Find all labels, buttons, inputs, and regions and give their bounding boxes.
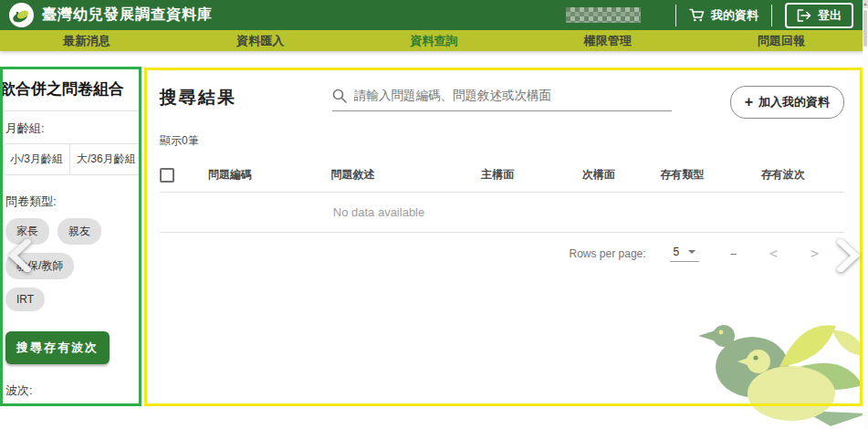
column-header-question-code: 問題編碼 (194, 167, 265, 183)
table-empty-row: No data available (160, 193, 844, 233)
my-data-button[interactable]: 我的資料 (689, 7, 758, 24)
column-header-question-description: 問題敘述 (265, 167, 440, 183)
wave-label: 波次: (5, 382, 133, 399)
rows-per-page-select[interactable]: 5 (670, 246, 700, 262)
search-icon (332, 89, 347, 103)
merge-questionnaire-panel: 欲合併之問卷組合 月齡組: 小/3月齡組 大/36月齡組 問卷類型: 家長 親友… (3, 69, 139, 403)
cart-icon (689, 8, 705, 23)
rows-per-page-label: Rows per page: (570, 247, 646, 260)
scrollbar[interactable] (863, 0, 868, 429)
app-header: 臺灣幼兒發展調查資料庫 我的資料 登出 (0, 0, 868, 30)
previous-page-button[interactable]: < (769, 246, 778, 262)
carousel-left-chevron-icon[interactable] (7, 239, 31, 272)
nav-item-news[interactable]: 最新消息 (0, 33, 173, 49)
select-all-checkbox[interactable] (160, 168, 174, 183)
wave-select[interactable]: 請先選擇月齡組以及... (5, 405, 138, 406)
divider (3, 110, 139, 111)
nav-item-issue-report[interactable]: 問題回報 (695, 33, 868, 49)
search-placeholder: 請輸入問題編碼、問題敘述或次構面 (354, 88, 551, 104)
nav-item-data-query[interactable]: 資料查詢 (347, 33, 520, 49)
age-group-large-button[interactable]: 大/36月齡組 (70, 143, 141, 175)
column-header-type: 存有類型 (643, 167, 722, 183)
question-search-input[interactable]: 請輸入問題編碼、問題敘述或次構面 (332, 88, 672, 111)
search-results-panel: 搜尋結果 請輸入問題編碼、問題敘述或次構面 + 加入我的資料 顯示0筆 問題編碼 (144, 68, 863, 406)
search-waves-button[interactable]: 搜尋存有波次 (5, 331, 110, 364)
pagination-bar: Rows per page: 5 – < > (160, 246, 844, 262)
page-range-text: – (730, 247, 737, 260)
logout-button[interactable]: 登出 (785, 3, 853, 28)
age-group-small-button[interactable]: 小/3月齡組 (3, 143, 70, 175)
page-title: 臺灣幼兒發展調查資料庫 (42, 5, 213, 25)
header-divider (771, 5, 772, 26)
sidebar-highlight-box: 欲合併之問卷組合 月齡組: 小/3月齡組 大/36月齡組 問卷類型: 家長 親友… (0, 67, 141, 406)
age-group-toggle: 小/3月齡組 大/36月齡組 (3, 143, 133, 175)
column-header-waves: 存有波次 (721, 167, 844, 183)
empty-state-text: No data available (160, 205, 598, 219)
main-nav: 最新消息 資料匯入 資料查詢 權限管理 問題回報 (0, 30, 868, 51)
chip-irt[interactable]: IRT (5, 288, 45, 311)
scrollbar-up-arrow[interactable] (863, 0, 868, 8)
logout-label: 登出 (818, 7, 842, 24)
plus-icon: + (745, 97, 753, 108)
scrollbar-thumb[interactable] (863, 10, 867, 47)
app-logo (9, 3, 34, 27)
table-header-row: 問題編碼 問題敘述 主構面 次構面 存有類型 存有波次 (160, 158, 844, 193)
my-data-label: 我的資料 (711, 7, 758, 24)
add-to-my-data-label: 加入我的資料 (758, 94, 830, 110)
questionnaire-type-label: 問卷類型: (5, 194, 133, 210)
search-results-title: 搜尋結果 (160, 86, 236, 110)
username-redacted (566, 7, 641, 23)
result-count: 顯示0筆 (160, 133, 844, 149)
column-header-main-dimension: 主構面 (441, 167, 555, 183)
nav-item-permissions[interactable]: 權限管理 (521, 33, 695, 49)
chip-relative[interactable]: 親友 (58, 218, 101, 245)
age-group-label: 月齡組: (5, 120, 133, 137)
sidebar-heading: 欲合併之問卷組合 (0, 78, 133, 99)
add-to-my-data-button[interactable]: + 加入我的資料 (730, 86, 844, 119)
bird-logo-icon (12, 5, 31, 25)
next-page-button[interactable]: > (810, 246, 819, 262)
rows-per-page-value: 5 (674, 246, 680, 258)
header-divider (675, 5, 676, 26)
column-header-sub-dimension: 次構面 (555, 167, 643, 183)
logout-icon (797, 9, 811, 22)
carousel-right-chevron-icon[interactable] (837, 239, 861, 272)
chevron-down-icon (688, 250, 695, 254)
results-table: 問題編碼 問題敘述 主構面 次構面 存有類型 存有波次 No data avai… (160, 158, 844, 233)
nav-item-data-import[interactable]: 資料匯入 (173, 33, 347, 49)
